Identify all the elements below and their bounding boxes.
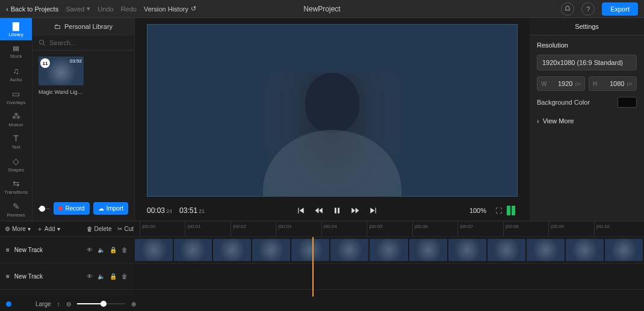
preview-viewport[interactable] [147, 24, 518, 197]
chevron-left-icon: ‹ [6, 5, 8, 13]
current-time: 00:0324 [147, 206, 172, 215]
undo-button[interactable]: Undo [98, 5, 113, 13]
timeline-delete-button[interactable]: 🗑Delete [87, 226, 112, 232]
tool-rail: ▇Library Stock ♫Audio ▭Overlays ⁂Motion … [0, 18, 33, 221]
timeline-more-button[interactable]: ⚙More▾ [5, 226, 31, 232]
cloud-upload-icon: ☁ [98, 205, 104, 212]
timeline-clip[interactable] [252, 239, 290, 261]
svg-rect-2 [16, 46, 17, 51]
help-icon[interactable]: ? [581, 2, 595, 16]
drag-handle-icon[interactable]: ≡ [6, 273, 10, 280]
timeline-clip[interactable] [488, 239, 525, 261]
timeline-ruler[interactable]: |00:00 |00:01 |00:02 |00:03 |00:04 |00:0… [140, 221, 639, 236]
tool-motion[interactable]: ⁂Motion [0, 108, 32, 131]
timeline-clip[interactable] [527, 239, 565, 261]
timeline-clip[interactable] [330, 239, 368, 261]
lock-icon[interactable]: 🔒 [110, 273, 117, 280]
saved-menu-caret[interactable]: ▾ [87, 5, 90, 13]
track-delete-icon[interactable]: 🗑 [122, 273, 128, 280]
clip-name: Magic Wand Light... [39, 89, 84, 95]
overlays-icon: ▭ [12, 89, 20, 99]
visibility-icon[interactable]: 👁 [87, 273, 93, 280]
tool-overlays[interactable]: ▭Overlays [0, 85, 32, 108]
tool-library[interactable]: ▇Library [0, 18, 32, 40]
zoom-in-button[interactable]: ⊕ [131, 301, 136, 307]
timeline-clip[interactable] [174, 239, 212, 261]
library-clip[interactable]: 11 03:52 Magic Wand Light... [39, 57, 84, 95]
playhead[interactable] [312, 237, 314, 297]
svg-rect-1 [14, 46, 16, 51]
tool-audio[interactable]: ♫Audio [0, 63, 32, 85]
svg-rect-6 [298, 208, 299, 213]
drag-handle-icon[interactable]: ≡ [6, 247, 10, 253]
visibility-icon[interactable]: 👁 [87, 247, 93, 253]
timeline-clip[interactable] [605, 239, 643, 261]
record-dot-icon [58, 206, 63, 211]
export-button[interactable]: Export [602, 2, 638, 16]
tool-text[interactable]: TText [0, 131, 32, 153]
settings-panel: Settings Resolution 1920x1080 (16:9 Stan… [530, 18, 644, 221]
track-delete-icon[interactable]: 🗑 [122, 247, 128, 253]
tool-reviews[interactable]: ✎Reviews [0, 199, 32, 221]
forward-button[interactable] [350, 206, 360, 215]
timeline-clip[interactable] [448, 239, 486, 261]
resolution-select[interactable]: 1920x1080 (16:9 Standard) [537, 55, 637, 70]
pause-button[interactable] [332, 206, 342, 215]
tool-stock[interactable]: Stock [0, 40, 32, 63]
timeline-add-button[interactable]: ＋Add▾ [37, 225, 60, 233]
height-field[interactable]: H 1080 px [589, 76, 637, 91]
width-field[interactable]: W 1920 px [537, 76, 585, 91]
timeline-clip[interactable] [291, 239, 329, 261]
timeline: ⚙More▾ ＋Add▾ 🗑Delete ✂Cut |00:00 |00:01 … [0, 221, 644, 311]
library-folder-button[interactable]: 🗀 Personal Library [33, 18, 134, 35]
notifications-icon[interactable] [561, 2, 574, 16]
mute-icon[interactable]: 🔈 [98, 273, 105, 280]
back-to-projects-button[interactable]: ‹ Back to Projects [6, 5, 58, 13]
version-history-button[interactable]: Version History ↺ [144, 5, 196, 13]
reviews-icon: ✎ [13, 202, 20, 211]
zoom-level[interactable]: 100% [469, 207, 486, 214]
background-color-swatch[interactable] [618, 97, 637, 108]
import-button[interactable]: ☁Import [93, 202, 128, 215]
shapes-icon: ◇ [13, 156, 19, 166]
timeline-clip[interactable] [370, 239, 407, 261]
track-lane[interactable] [134, 263, 644, 290]
skip-start-button[interactable] [296, 206, 306, 215]
library-slider[interactable] [39, 208, 50, 209]
mute-icon[interactable]: 🔈 [98, 247, 105, 253]
timeline-clip[interactable] [213, 239, 251, 261]
chevron-right-icon: › [537, 117, 539, 125]
svg-rect-10 [335, 208, 336, 213]
view-more-button[interactable]: › View More [537, 117, 637, 125]
motion-icon: ⁂ [12, 111, 20, 121]
lock-icon[interactable]: 🔒 [110, 247, 117, 253]
timeline-clip[interactable] [566, 239, 604, 261]
updown-icon[interactable]: ↕ [57, 301, 60, 307]
track-lane[interactable] [134, 237, 644, 263]
svg-rect-3 [17, 46, 19, 51]
redo-button[interactable]: Redo [121, 5, 137, 13]
record-button[interactable]: Record [54, 202, 89, 215]
timeline-marker-icon[interactable] [6, 301, 11, 307]
track-header[interactable]: ≡ New Track 👁 🔈 🔒 🗑 [0, 263, 134, 290]
timeline-cut-button[interactable]: ✂Cut [117, 226, 134, 232]
rewind-button[interactable] [314, 206, 324, 215]
track-header[interactable]: ≡ New Track 👁 🔈 🔒 🗑 [0, 237, 134, 263]
scissors-icon: ✂ [117, 226, 122, 232]
timeline-clip[interactable] [135, 239, 173, 261]
timeline-clip[interactable] [409, 239, 447, 261]
caret-down-icon: ▾ [57, 226, 60, 232]
library-search-input[interactable] [49, 39, 132, 46]
tool-transitions[interactable]: ⇆Transitions [0, 176, 32, 198]
timeline-zoom-slider[interactable] [77, 303, 125, 304]
fullscreen-button[interactable]: ⛶ [494, 207, 503, 214]
svg-marker-8 [315, 208, 319, 213]
text-icon: T [13, 134, 19, 143]
zoom-out-button[interactable]: ⊖ [66, 301, 71, 307]
project-title: NewProject [217, 5, 427, 13]
history-icon: ↺ [191, 5, 196, 13]
caret-down-icon: ▾ [28, 226, 31, 232]
skip-end-button[interactable] [368, 206, 378, 215]
trash-icon: 🗑 [87, 226, 93, 232]
tool-shapes[interactable]: ◇Shapes [0, 153, 32, 176]
